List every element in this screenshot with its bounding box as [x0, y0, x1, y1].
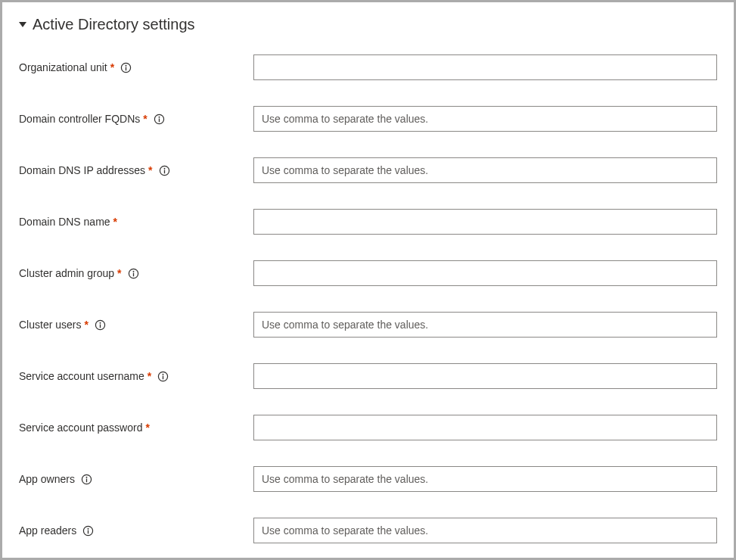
app-readers-input[interactable]	[253, 518, 717, 543]
required-marker: *	[84, 319, 88, 331]
row-domain-dns-ip-addresses: Domain DNS IP addresses *	[19, 157, 717, 183]
svg-rect-11	[132, 272, 133, 276]
row-app-readers: App readers	[19, 518, 717, 543]
label-domain-controller-fqdns: Domain controller FQDNs *	[19, 113, 253, 125]
info-icon[interactable]	[128, 268, 139, 279]
info-icon[interactable]	[81, 474, 92, 485]
svg-rect-2	[126, 67, 126, 70]
label-domain-dns-name: Domain DNS name *	[19, 216, 253, 228]
required-marker: *	[145, 422, 149, 434]
label-service-account-password: Service account password *	[19, 422, 253, 434]
row-organizational-unit: Organizational unit *	[19, 54, 717, 80]
required-marker: *	[113, 216, 117, 228]
svg-rect-17	[163, 375, 163, 379]
label-app-owners: App owners	[19, 473, 253, 485]
label-text: Service account password	[19, 422, 142, 434]
row-service-account-username: Service account username *	[19, 363, 717, 389]
info-icon[interactable]	[157, 371, 169, 382]
info-icon[interactable]	[95, 319, 106, 331]
cluster-admin-group-input[interactable]	[253, 260, 717, 286]
svg-rect-5	[159, 118, 160, 122]
domain-dns-name-input[interactable]	[253, 209, 717, 235]
label-text: Domain DNS IP addresses	[19, 164, 145, 176]
service-account-username-input[interactable]	[253, 363, 717, 389]
domain-dns-ip-addresses-input[interactable]	[253, 157, 717, 183]
info-icon[interactable]	[159, 165, 170, 176]
svg-rect-20	[86, 478, 87, 482]
required-marker: *	[143, 113, 147, 125]
required-marker: *	[148, 164, 152, 176]
row-domain-dns-name: Domain DNS name *	[19, 209, 717, 235]
svg-point-4	[158, 116, 160, 117]
section-header-toggle[interactable]: Active Directory settings	[19, 16, 717, 33]
svg-point-10	[132, 270, 134, 272]
info-icon[interactable]	[154, 114, 165, 125]
domain-controller-fqdns-input[interactable]	[253, 106, 717, 132]
svg-rect-23	[88, 530, 89, 534]
row-cluster-admin-group: Cluster admin group *	[19, 260, 717, 286]
info-icon[interactable]	[120, 62, 132, 73]
label-text: Service account username	[19, 370, 144, 382]
triangle-down-icon	[19, 22, 26, 27]
required-marker: *	[110, 61, 114, 73]
info-icon[interactable]	[82, 525, 94, 537]
required-marker: *	[117, 267, 121, 279]
row-service-account-password: Service account password *	[19, 415, 717, 440]
label-text: Cluster admin group	[19, 267, 114, 279]
label-text: Domain DNS name	[19, 216, 110, 228]
svg-rect-14	[100, 324, 101, 328]
label-text: Organizational unit	[19, 61, 107, 73]
app-owners-input[interactable]	[253, 466, 717, 492]
label-text: Cluster users	[19, 319, 81, 331]
svg-rect-8	[163, 170, 164, 173]
svg-point-16	[163, 373, 164, 375]
organizational-unit-input[interactable]	[253, 54, 717, 80]
label-organizational-unit: Organizational unit *	[19, 61, 253, 73]
label-cluster-users: Cluster users *	[19, 319, 253, 331]
label-text: App readers	[19, 524, 76, 537]
row-app-owners: App owners	[19, 466, 717, 492]
label-text: App owners	[19, 473, 75, 485]
label-service-account-username: Service account username *	[19, 370, 253, 382]
label-app-readers: App readers	[19, 524, 253, 537]
cluster-users-input[interactable]	[253, 312, 717, 338]
row-domain-controller-fqdns: Domain controller FQDNs *	[19, 106, 717, 132]
required-marker: *	[148, 370, 151, 382]
svg-point-22	[88, 527, 89, 529]
label-text: Domain controller FQDNs	[19, 113, 140, 125]
svg-point-13	[99, 322, 101, 323]
label-cluster-admin-group: Cluster admin group *	[19, 267, 253, 279]
section-title: Active Directory settings	[33, 16, 195, 33]
svg-point-7	[163, 167, 165, 169]
svg-point-1	[126, 64, 127, 66]
service-account-password-input[interactable]	[253, 415, 717, 440]
svg-point-19	[86, 476, 88, 478]
row-cluster-users: Cluster users *	[19, 312, 717, 338]
label-domain-dns-ip-addresses: Domain DNS IP addresses *	[19, 164, 253, 176]
